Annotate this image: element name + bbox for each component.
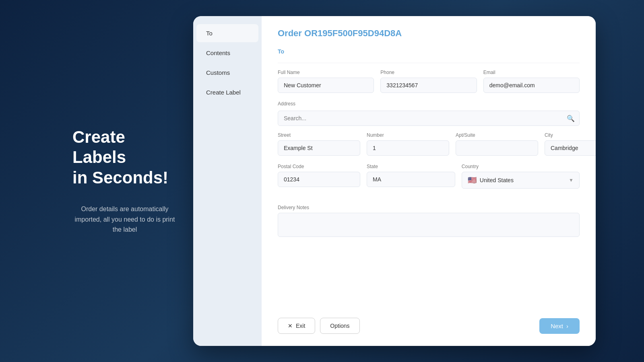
apt-suite-group: Apt/Suite — [456, 132, 538, 156]
section-to-label: To — [278, 48, 580, 55]
country-select[interactable]: 🇺🇸 United States ▼ — [462, 172, 580, 189]
address-search-wrapper: 🔍 — [278, 111, 580, 126]
city-input[interactable] — [545, 140, 596, 156]
postal-row: Postal Code State Country 🇺🇸 United Stat… — [278, 164, 580, 189]
country-value: United States — [480, 177, 514, 183]
order-title: Order OR195F500F95D94D8A — [278, 28, 580, 39]
address-label: Address — [278, 101, 580, 107]
sidebar-item-customs[interactable]: Customs — [196, 64, 258, 82]
contact-fields-row: Full Name Phone Email — [278, 70, 580, 93]
footer-actions: ✕ Exit Options Next › — [278, 308, 580, 334]
chevron-right-icon: › — [566, 323, 568, 329]
postal-code-input[interactable] — [278, 172, 360, 187]
delivery-notes-label: Delivery Notes — [278, 205, 580, 210]
email-label: Email — [483, 70, 580, 75]
street-group: Street — [278, 132, 360, 156]
apt-suite-input[interactable] — [456, 140, 538, 156]
full-name-input[interactable] — [278, 78, 374, 93]
x-icon: ✕ — [288, 323, 293, 329]
modal-container: To Contents Customs Create Label Order O… — [193, 16, 596, 346]
country-label: Country — [462, 164, 580, 169]
delivery-notes-group: Delivery Notes — [278, 205, 580, 300]
options-button[interactable]: Options — [320, 318, 359, 334]
city-label: City — [545, 132, 596, 138]
state-label: State — [367, 164, 455, 169]
chevron-down-icon: ▼ — [569, 177, 574, 183]
address-search-input[interactable] — [278, 111, 580, 126]
email-input[interactable] — [483, 78, 580, 93]
street-row: Street Number Apt/Suite City — [278, 132, 580, 156]
left-panel: Create Labels in Seconds! Order details … — [48, 111, 193, 251]
country-flag: 🇺🇸 — [468, 176, 477, 185]
full-name-group: Full Name — [278, 70, 374, 93]
street-label: Street — [278, 132, 360, 138]
next-button[interactable]: Next › — [539, 318, 580, 334]
state-input[interactable] — [367, 172, 455, 187]
sidebar-item-create-label[interactable]: Create Label — [196, 83, 258, 101]
postal-code-group: Postal Code — [278, 164, 360, 189]
subtext: Order details are automatically imported… — [72, 204, 177, 235]
delivery-notes-input[interactable] — [278, 213, 580, 237]
apt-suite-label: Apt/Suite — [456, 132, 538, 138]
state-group: State — [367, 164, 455, 189]
email-group: Email — [483, 70, 580, 93]
number-group: Number — [367, 132, 449, 156]
address-search-button[interactable]: 🔍 — [567, 115, 575, 122]
number-label: Number — [367, 132, 449, 138]
street-input[interactable] — [278, 140, 360, 156]
postal-code-label: Postal Code — [278, 164, 360, 169]
phone-group: Phone — [380, 70, 477, 93]
sidebar-item-contents[interactable]: Contents — [196, 44, 258, 62]
headline: Create Labels in Seconds! — [72, 127, 177, 188]
phone-label: Phone — [380, 70, 477, 75]
sidebar-item-to[interactable]: To — [196, 24, 258, 42]
phone-input[interactable] — [380, 78, 477, 93]
number-input[interactable] — [367, 140, 449, 156]
sidebar: To Contents Customs Create Label — [193, 16, 262, 346]
city-group: City — [545, 132, 596, 156]
address-section: Address 🔍 Street Number Apt/Suite — [278, 101, 580, 197]
search-icon: 🔍 — [567, 115, 575, 122]
country-group: Country 🇺🇸 United States ▼ — [462, 164, 580, 189]
exit-button[interactable]: ✕ Exit — [278, 318, 315, 334]
full-name-label: Full Name — [278, 70, 374, 75]
main-content: Order OR195F500F95D94D8A To Full Name Ph… — [262, 16, 596, 346]
